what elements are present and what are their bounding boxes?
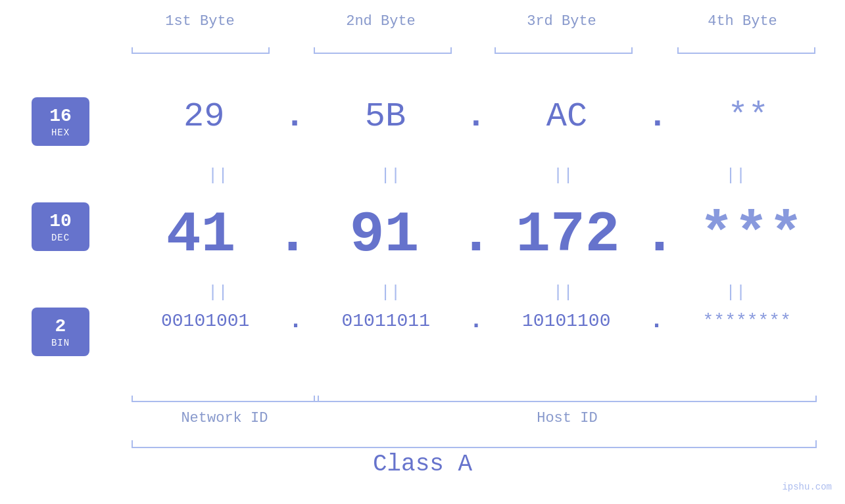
bracket-host-id (314, 401, 817, 402)
main-container: 1st Byte 2nd Byte 3rd Byte 4th Byte 16 H… (0, 0, 845, 504)
bin-byte-4: ******** (681, 311, 813, 331)
eq-2-1: || (152, 283, 283, 302)
bin-dot-3: . (650, 308, 664, 334)
bin-dot-2: . (469, 308, 483, 334)
bin-byte-2: 01011011 (320, 311, 452, 331)
eq-1-1: || (152, 166, 283, 185)
hex-dot-1: . (284, 97, 304, 136)
dec-dot-3: . (642, 202, 677, 267)
dec-byte-2: 91 (319, 202, 450, 267)
hex-byte-4: ** (683, 97, 814, 136)
hex-row: 29 . 5B . AC . ** (32, 97, 821, 136)
hex-byte-3: AC (501, 97, 633, 136)
bracket-top-1 (132, 53, 270, 54)
bracket-top-4 (677, 53, 815, 54)
column-headers: 1st Byte 2nd Byte 3rd Byte 4th Byte (110, 13, 833, 30)
col-header-3: 3rd Byte (483, 13, 640, 30)
eq-1-2: || (325, 166, 456, 185)
bin-row-content: 00101001 . 01011011 . 10101100 . *******… (132, 308, 821, 334)
hex-dot-3: . (647, 97, 667, 136)
col-header-2: 2nd Byte (302, 13, 460, 30)
bin-badge-label: BIN (51, 338, 70, 348)
network-id-label: Network ID (132, 410, 318, 426)
bracket-network-id (132, 401, 319, 402)
watermark: ipshu.com (782, 482, 832, 492)
eq-1-3: || (497, 166, 629, 185)
dec-dot-2: . (459, 202, 494, 267)
dec-byte-3: 172 (502, 202, 633, 267)
bin-byte-1: 00101001 (139, 311, 271, 331)
col-header-4: 4th Byte (664, 13, 821, 30)
host-id-label: Host ID (318, 410, 817, 426)
outer-bracket (132, 447, 817, 448)
dec-byte-1: 41 (135, 202, 267, 267)
dec-byte-4: *** (685, 202, 817, 267)
dec-dot-1: . (276, 202, 310, 267)
class-label: Class A (0, 451, 845, 478)
dec-row-content: 41 . 91 . 172 . *** (132, 202, 821, 267)
hex-row-content: 29 . 5B . AC . ** (132, 97, 821, 136)
hex-byte-1: 29 (138, 97, 270, 136)
eq-2-3: || (497, 283, 629, 302)
bin-dot-1: . (289, 308, 303, 334)
col-header-1: 1st Byte (121, 13, 279, 30)
hex-byte-2: 5B (320, 97, 451, 136)
equals-row-1: || || || || (132, 166, 822, 185)
equals-row-2: || || || || (132, 283, 822, 302)
hex-dot-2: . (466, 97, 486, 136)
dec-row: 41 . 91 . 172 . *** (32, 202, 821, 267)
bracket-top-3 (495, 53, 633, 54)
bracket-top-2 (314, 53, 452, 54)
id-labels: Network ID Host ID (132, 410, 817, 426)
eq-2-2: || (325, 283, 456, 302)
eq-1-4: || (670, 166, 802, 185)
eq-2-4: || (670, 283, 802, 302)
bin-byte-3: 10101100 (500, 311, 632, 331)
bin-row: 00101001 . 01011011 . 10101100 . *******… (32, 308, 821, 334)
